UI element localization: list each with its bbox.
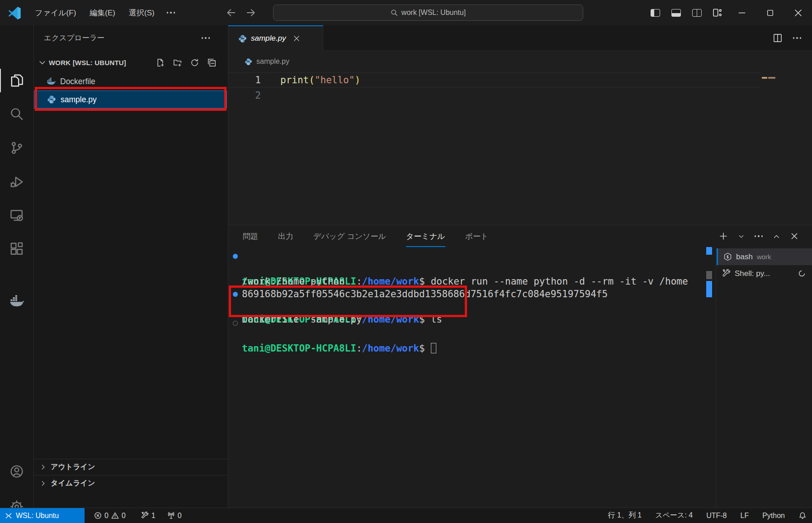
tools-icon [141,512,149,519]
editor-more-actions-icon[interactable] [793,37,802,39]
workspace-section-header[interactable]: WORK [WSL: UBUNTU] [34,53,228,71]
remote-explorer-icon[interactable] [0,204,33,227]
tab-close-icon[interactable] [293,35,300,42]
panel-tab-debug-console[interactable]: デバッグ コンソール [313,225,386,247]
scrollbar-mark[interactable] [706,281,712,297]
minimap-mark [762,77,767,79]
toggle-secondary-sidebar-icon[interactable] [686,0,707,25]
command-center-label: work [WSL: Ubuntu] [401,9,466,17]
chevron-down-icon [38,59,46,67]
accounts-icon[interactable] [0,460,33,483]
maximize-panel-icon[interactable] [773,233,780,240]
remote-indicator[interactable]: WSL: Ubuntu [0,508,85,523]
panel-more-actions-icon[interactable] [755,235,763,237]
window-close-button[interactable] [784,0,812,25]
source-control-icon[interactable] [0,136,33,160]
command-decoration-icon[interactable] [233,254,238,259]
warning-count: 0 [122,512,126,520]
menu-more-icon[interactable] [162,8,180,17]
file-item-dockerfile[interactable]: Dockerfile [34,72,227,90]
radio-tower-icon [167,512,175,519]
new-file-icon[interactable] [156,58,165,67]
timeline-label: タイムライン [51,479,95,488]
explorer-sidebar: エクスプローラー WORK [WSL: UBUNTU] Dockerfile s… [34,25,228,508]
menu-file[interactable]: ファイル(F) [29,5,82,21]
refresh-icon[interactable] [190,58,199,67]
terminal-viewport[interactable]: tani@DESKTOP-HCPA8LI:/home/work$docker r… [228,247,716,508]
code-line: print("hello") [280,72,360,88]
error-count: 0 [104,512,109,520]
editor-group: sample.py sample.py 1 print("hello") 2 [228,25,812,225]
command-decoration-icon[interactable] [233,321,238,326]
file-label: sample.py [61,95,97,105]
toggle-panel-icon[interactable] [666,0,686,25]
new-terminal-icon[interactable] [719,232,728,241]
navigate-forward-icon[interactable] [246,8,256,18]
timeline-section-header[interactable]: タイムライン [34,475,228,491]
code-area[interactable]: 1 print("hello") 2 [228,72,812,225]
collapse-all-icon[interactable] [208,58,216,67]
tasks-status[interactable]: 1 [137,512,160,520]
menu-bar: ファイル(F) 編集(E) 選択(S) [29,5,179,21]
chevron-right-icon [40,480,47,487]
ports-status[interactable]: 0 [163,512,186,520]
warning-icon [111,512,119,519]
terminal-profile-dropdown-icon[interactable] [738,233,745,240]
language-mode-status[interactable]: Python [762,512,785,520]
terminal-line: /work:/home python [228,262,707,275]
command-decoration-icon[interactable] [233,292,238,297]
terminal-line: tani@DESKTOP-HCPA8LI:/home/work$ [228,317,707,329]
encoding-status[interactable]: UTF-8 [706,512,727,520]
panel-tab-terminal[interactable]: ターミナル [406,225,445,247]
outline-section-header[interactable]: アウトライン [34,459,228,475]
close-panel-icon[interactable] [790,232,798,240]
tab-sample-py[interactable]: sample.py [228,25,323,51]
scrollbar-handle[interactable] [706,271,712,279]
terminal-tabs-list: bash work Shell: py... [717,247,812,508]
customize-layout-icon[interactable] [707,0,728,25]
command-center[interactable]: work [WSL: Ubuntu] [273,5,583,21]
sidebar-title: エクスプローラー [44,33,104,43]
extensions-icon[interactable] [0,237,33,261]
indentation-status[interactable]: スペース: 4 [655,511,693,520]
terminal-tab-label: bash [736,252,753,262]
explorer-icon[interactable] [0,69,33,92]
status-bar: WSL: Ubuntu 0 0 1 0 行 1、列 1 スペース: 4 UTF-… [0,508,812,523]
eol-status[interactable]: LF [741,512,749,520]
menu-selection[interactable]: 選択(S) [123,5,161,21]
loading-spinner-icon [798,270,806,277]
notifications-bell-icon[interactable] [798,512,807,520]
terminal-tab-bash[interactable]: bash work [717,248,812,265]
explorer-more-actions-icon[interactable] [197,33,215,43]
search-view-icon[interactable] [0,102,33,126]
workspace-section-label: WORK [WSL: UBUNTU] [49,59,126,67]
file-item-sample-py[interactable]: sample.py [34,90,227,109]
run-debug-icon[interactable] [0,170,33,194]
python-file-icon [47,95,56,104]
menu-edit[interactable]: 編集(E) [84,5,121,21]
tab-label: sample.py [251,34,286,43]
search-icon [391,9,398,16]
docker-view-icon[interactable] [0,290,33,313]
ports-count: 0 [178,512,182,520]
breadcrumb[interactable]: sample.py [228,51,812,72]
new-folder-icon[interactable] [173,58,182,67]
terminal-line: tani@DESKTOP-HCPA8LI:/home/work$docker r… [228,250,707,262]
error-icon [94,512,102,519]
terminal-tab-shell-task[interactable]: Shell: py... [717,265,812,282]
tools-icon [722,269,731,278]
file-label: Dockerfile [60,77,95,86]
bash-terminal-icon [723,252,732,261]
cursor-position-status[interactable]: 行 1、列 1 [608,511,642,520]
problems-status[interactable]: 0 0 [90,512,130,520]
scrollbar-mark[interactable] [706,247,712,255]
panel-tab-problems[interactable]: 問題 [243,225,258,247]
panel-tab-ports[interactable]: ポート [465,225,489,247]
panel-tab-output[interactable]: 出力 [278,225,293,247]
window-maximize-button[interactable] [756,0,784,25]
terminal-line: Dockerfile sample.py [228,300,707,313]
navigate-back-icon[interactable] [226,8,236,18]
window-minimize-button[interactable] [728,0,756,25]
split-editor-icon[interactable] [773,33,782,43]
toggle-sidebar-icon[interactable] [645,0,666,25]
